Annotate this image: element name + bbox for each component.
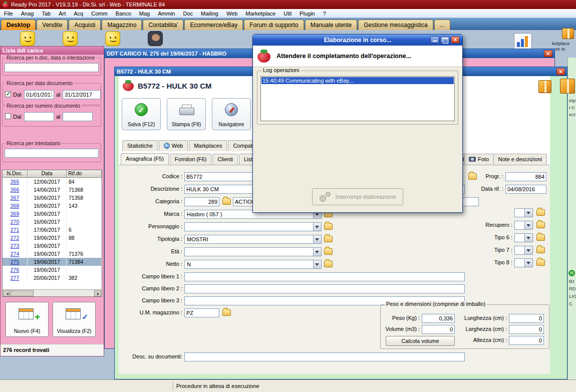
stampa-button[interactable]: Stampa (F9)	[167, 98, 206, 130]
dialog-maximize-button[interactable]	[440, 36, 449, 44]
ddt-number-link[interactable]: 274	[11, 251, 20, 257]
ddt-number-link[interactable]: 267	[11, 195, 20, 201]
progr-input[interactable]	[505, 172, 546, 181]
nuovo-button[interactable]: Nuovo (F4)	[6, 302, 49, 337]
col-data[interactable]: Data	[28, 170, 67, 178]
ddt-number-link[interactable]: 277	[11, 275, 20, 281]
menu-ammin[interactable]: Ammin	[154, 10, 179, 18]
tipo6-lookup-folder-icon[interactable]	[536, 234, 545, 241]
chevron-down-icon[interactable]	[313, 223, 321, 231]
personaggio-combobox[interactable]	[184, 222, 322, 231]
menu-comm[interactable]: Comm	[87, 10, 111, 18]
netto-combobox[interactable]: N	[184, 260, 322, 269]
scroll-left-arrow[interactable]	[3, 290, 10, 296]
peso-input[interactable]	[422, 314, 455, 323]
tipo7-lookup-folder-icon[interactable]	[536, 247, 545, 253]
ddt-list-row[interactable]: 27319/06/2017	[3, 242, 102, 250]
um-magazzino-input[interactable]	[184, 308, 219, 317]
eta-combobox[interactable]	[184, 247, 322, 256]
altezza-input[interactable]	[509, 336, 544, 345]
col-rif[interactable]: Rif.do	[67, 170, 102, 178]
horizontal-scrollbar[interactable]	[3, 289, 102, 296]
menu-art[interactable]: Art	[55, 10, 70, 18]
ddt-number-link[interactable]: 265	[11, 179, 20, 185]
chevron-down-icon[interactable]	[524, 221, 532, 229]
tab-contabilita[interactable]: Contabilita'	[143, 20, 183, 30]
ddt-list-row[interactable]: 26512/06/201784	[3, 178, 102, 186]
recupero-lookup-folder-icon[interactable]	[536, 222, 545, 228]
lista-window-title-bar[interactable]: Lista ddt carico	[1, 47, 104, 55]
app-title-bar[interactable]: Ready Pro 2017 - V19.3.19 - Dir.Si. srl …	[0, 0, 576, 9]
ddt-number-link[interactable]: 275	[11, 259, 20, 265]
chevron-down-icon[interactable]	[524, 209, 532, 217]
tab-web[interactable]: Web	[159, 140, 188, 151]
ddt-list-row[interactable]: 27619/06/2017	[3, 266, 102, 274]
menu-file[interactable]: File	[0, 10, 17, 18]
ddt-list-row[interactable]: 27720/06/2017382	[3, 274, 102, 282]
menu-tab[interactable]: Tab	[38, 10, 55, 18]
ddt-number-link[interactable]: 268	[11, 203, 20, 209]
tab-fornitori[interactable]: Fornitori (F6)	[170, 154, 212, 165]
tab-note-descrizioni[interactable]: Note e descrizioni	[493, 154, 547, 165]
package-box-icon-right[interactable]	[560, 79, 575, 94]
tab-anagrafica[interactable]: Anagrafica (F5)	[121, 153, 169, 165]
volume-input[interactable]	[422, 325, 455, 334]
desktop-icon-smiley-3[interactable]	[105, 31, 120, 46]
tab-foto[interactable]: Foto	[464, 154, 494, 165]
data-rif-input[interactable]	[505, 185, 546, 194]
dialog-minimize-button[interactable]	[430, 36, 439, 44]
tab-gestione-messaggistica[interactable]: Gestione messaggistica	[358, 20, 433, 30]
um-lookup-folder-icon[interactable]	[222, 309, 231, 316]
navigatore-button[interactable]: Navigatore	[212, 98, 251, 130]
ddt-list-row-selected[interactable]: 27519/06/201771384	[3, 258, 102, 266]
chevron-down-icon[interactable]	[313, 235, 321, 243]
calcola-volume-button[interactable]: Calcola volume	[386, 336, 455, 346]
number-to-input[interactable]	[63, 112, 93, 121]
menu-plugin[interactable]: Plugin	[296, 10, 319, 18]
menu-help[interactable]: ?	[319, 10, 330, 18]
ddt-list-row[interactable]: 26816/06/2017143	[3, 202, 102, 210]
chevron-down-icon[interactable]	[313, 260, 321, 268]
ddt-list-row[interactable]: 26614/06/201771368	[3, 186, 102, 194]
product-close-button[interactable]	[556, 68, 565, 75]
tipologia-combobox[interactable]: MOSTRI	[184, 235, 322, 244]
number-range-checkbox[interactable]	[5, 113, 11, 119]
ddt-number-link[interactable]: 276	[11, 267, 20, 273]
tab-forum-di-supporto[interactable]: Forum di supporto	[244, 20, 304, 30]
date-from-input[interactable]	[24, 90, 54, 99]
search-intestatario-input[interactable]	[5, 149, 99, 158]
ddt-list-row[interactable]: 27219/06/201788	[3, 234, 102, 242]
menu-mag[interactable]: Mag	[135, 10, 154, 18]
ddt-number-link[interactable]: 273	[11, 243, 20, 249]
tab-statistiche[interactable]: Statistiche	[122, 140, 158, 151]
date-range-checkbox[interactable]	[5, 91, 11, 97]
ddt-number-link[interactable]: 270	[11, 219, 20, 225]
scrollbar-thumb[interactable]	[11, 290, 34, 296]
date-to-input[interactable]	[63, 90, 101, 99]
categoria-lookup-folder-icon[interactable]	[222, 198, 231, 205]
partially-hidden-combobox[interactable]	[514, 208, 533, 217]
campo-libero-2-input[interactable]	[184, 284, 465, 293]
log-entry-selected[interactable]: 15:40:49 Communicating with eBay...	[261, 77, 454, 84]
categoria-code-input[interactable]	[184, 197, 219, 206]
chevron-down-icon[interactable]	[524, 259, 532, 267]
desktop-icon-chart[interactable]	[514, 33, 532, 49]
chevron-down-icon[interactable]	[313, 248, 321, 256]
ddt-number-link[interactable]: 266	[11, 187, 20, 193]
desktop-icon-smiley-1[interactable]	[20, 31, 35, 46]
tipo8-combobox[interactable]	[514, 258, 533, 267]
tab-desktop[interactable]: Desktop	[1, 20, 36, 30]
col-ndoc[interactable]: N.Doc.	[3, 170, 28, 178]
desc-documenti-input[interactable]	[184, 352, 465, 361]
larghezza-input[interactable]	[509, 325, 544, 334]
desktop-icon-package-small[interactable]	[562, 28, 574, 39]
tab-overflow[interactable]: ...	[434, 20, 450, 30]
menu-acq[interactable]: Acq	[70, 10, 87, 18]
number-from-input[interactable]	[24, 112, 54, 121]
ddt-list-row[interactable]: 26716/06/201771358	[3, 194, 102, 202]
menu-marketplace[interactable]: Marketplace	[241, 10, 279, 18]
ddt-number-link[interactable]: 271	[11, 227, 20, 233]
tipo6-combobox[interactable]	[514, 233, 533, 242]
log-listbox[interactable]: 15:40:49 Communicating with eBay...	[260, 76, 455, 121]
menu-mailing[interactable]: Mailing	[197, 10, 222, 18]
